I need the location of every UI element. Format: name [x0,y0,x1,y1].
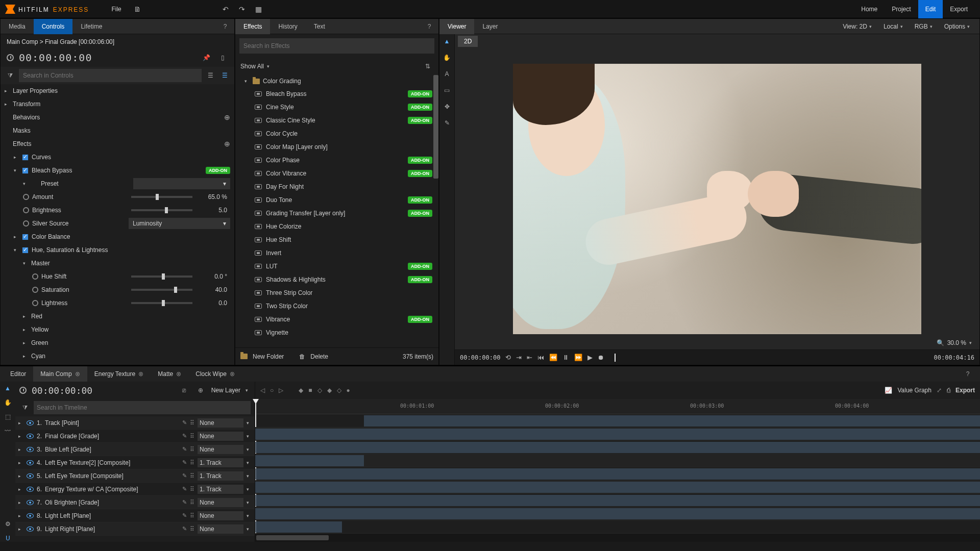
layer-row[interactable]: ▸2.Final Grade [Grade]✎⠿None▾ [15,430,255,443]
tree-row[interactable]: ▸Color Balance [1,230,234,243]
tree-row[interactable]: Hue Shift0.0 ° [1,270,234,283]
diamond-icon[interactable]: ◇ [317,387,322,394]
next-key-icon[interactable]: ▷ [279,387,283,394]
tab-viewer[interactable]: Viewer [439,19,474,34]
layer-row[interactable]: ▸4.Left Eye Texture[2] [Composite]✎⠿1. T… [15,456,255,469]
layer-row[interactable]: ▸5.Left Eye Texture [Composite]✎⠿1. Trac… [15,469,255,483]
clip[interactable] [255,468,980,480]
effect-item[interactable]: Vignette [235,326,436,339]
caret-icon[interactable]: ▸ [14,155,19,160]
tree-row[interactable]: ▸Red [1,310,234,323]
effect-item[interactable]: Cine StyleADD-ON [235,101,436,114]
visibility-icon[interactable] [27,487,34,492]
local-dropdown[interactable]: Local▾ [881,23,908,30]
edit-icon[interactable]: ✎ [182,472,187,479]
caret-icon[interactable]: ▸ [18,473,23,479]
track[interactable] [255,414,980,428]
checkbox[interactable] [22,247,29,254]
grip-icon[interactable]: ⠿ [190,525,194,533]
edit-icon[interactable]: ✎ [182,419,187,426]
diamond-icon[interactable]: ◇ [337,387,341,394]
effect-item[interactable]: VibranceADD-ON [235,313,436,326]
step-back-icon[interactable]: ⏪ [549,354,557,361]
caret-icon[interactable]: ▸ [5,88,10,93]
track[interactable] [255,454,980,467]
keyframe-icon[interactable] [32,273,38,280]
options-dropdown[interactable]: Options▾ [942,23,974,30]
viewer-2d-tab[interactable]: 2D [458,36,478,47]
layer-name[interactable]: Light Right [Plane] [45,525,179,533]
grip-icon[interactable]: ⠿ [190,499,194,506]
effect-item[interactable]: Day For Night [235,180,436,193]
clip[interactable] [255,521,342,533]
grip-icon[interactable]: ⠿ [190,419,194,427]
panel-layout-icon[interactable]: ▯ [217,52,228,63]
track[interactable] [255,428,980,441]
controls-timecode[interactable]: 00:00:00:00 [19,52,92,64]
tree-row[interactable]: Brightness5.0 [1,204,234,217]
tree-row[interactable]: ▸Layer Properties [1,84,234,97]
effect-item[interactable]: Color PhaseADD-ON [235,154,436,167]
chevron-down-icon[interactable]: ▾ [244,79,250,84]
caret-icon[interactable]: ▸ [18,500,23,505]
layer-row[interactable]: ▸7.Oli Brighten [Grade]✎⠿None▾ [15,496,255,509]
settings-icon[interactable]: ⚙ [5,520,11,528]
layer-name[interactable]: Oli Brighten [Grade] [45,499,179,506]
pause-icon[interactable]: ⏸ [562,354,569,361]
new-layer-button[interactable]: New Layer [211,387,240,394]
tree-row[interactable]: Masks [1,124,234,137]
chevron-down-icon[interactable]: ▾ [247,500,252,505]
keyframe-icon[interactable] [23,194,29,200]
slider[interactable] [131,209,192,211]
param-value[interactable]: 0.0 ° [200,273,230,280]
layer-row[interactable]: ▸9.Light Right [Plane]✎⠿None▾ [15,522,255,536]
tab-media[interactable]: Media [1,19,34,34]
caret-icon[interactable]: ▸ [23,340,28,345]
edit-icon[interactable]: ✎ [182,499,187,506]
chevron-down-icon[interactable]: ▾ [246,388,251,393]
grip-icon[interactable]: ⠿ [190,472,194,480]
caret-icon[interactable]: ▾ [14,168,19,173]
add-icon[interactable]: ⊕ [224,113,230,121]
caret-icon[interactable]: ▸ [18,487,23,492]
chevron-down-icon[interactable]: ▾ [247,434,252,439]
add-icon[interactable]: ⊕ [224,140,230,148]
show-all-dropdown[interactable]: Show All [240,63,264,70]
param-value[interactable]: 5.0 [200,207,230,214]
clip[interactable] [255,455,364,466]
param-value[interactable]: 65.0 % [200,193,230,201]
save-icon[interactable]: 🗎 [129,5,146,13]
layer-name[interactable]: Final Grade [Grade] [45,433,179,440]
clip[interactable] [255,508,980,519]
hand-tool-icon[interactable]: ✋ [4,399,12,406]
chevron-down-icon[interactable]: ▾ [247,473,252,479]
effect-item[interactable]: Three Strip Color [235,286,436,299]
graph-icon[interactable]: 📈 [885,387,892,394]
track[interactable] [255,481,980,494]
slider[interactable] [131,276,192,278]
clip[interactable] [255,495,980,506]
param-value[interactable]: 40.0 [200,286,230,293]
slider[interactable] [131,196,192,198]
clip[interactable] [255,442,980,453]
layer-row[interactable]: ▸3.Blue Left [Grade]✎⠿None▾ [15,443,255,456]
caret-icon[interactable] [5,115,10,120]
timeline-tab[interactable]: Clock Wipe⊗ [188,366,242,382]
diamond-icon[interactable]: ◆ [299,387,303,394]
delete-button[interactable]: Delete [310,353,328,360]
nav-project[interactable]: Project [885,0,918,18]
keyframe-icon[interactable] [23,220,29,227]
layer-name[interactable]: Left Eye Texture[2] [Composite] [45,459,179,466]
tree-row[interactable]: ▾Preset▾ [1,177,234,190]
layer-name[interactable]: Left Eye Texture [Composite] [45,472,179,480]
keyframe-icon[interactable] [32,287,38,293]
slider[interactable] [131,302,192,304]
sort-icon[interactable]: ⇅ [422,61,433,72]
goto-start-icon[interactable]: ⏮ [537,354,544,361]
edit-icon[interactable]: ✎ [182,433,187,439]
effect-item[interactable]: Bleach BypassADD-ON [235,87,436,101]
controls-search-input[interactable] [19,69,202,82]
slider[interactable] [131,289,192,291]
effect-item[interactable]: Hue Colorize [235,220,436,233]
layer-row[interactable]: ▸8.Light Left [Plane]✎⠿None▾ [15,509,255,522]
